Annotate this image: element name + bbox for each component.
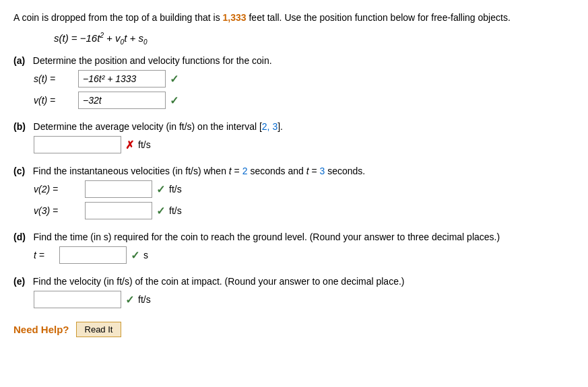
part-a-question: (a) Determine the position and velocity … [13, 55, 575, 66]
part-c-v2-check: ✓ [156, 183, 165, 196]
part-e-unit: ft/s [138, 294, 151, 305]
part-c-v3-check: ✓ [156, 205, 165, 217]
intro-paragraph: A coin is dropped from the top of a buil… [13, 11, 575, 25]
part-d-question: (d) Find the time (in s) required for th… [13, 232, 575, 242]
part-c-v2-unit: ft/s [169, 184, 182, 195]
need-help-row: Need Help? Read It [13, 322, 575, 337]
read-it-button[interactable]: Read It [76, 322, 122, 337]
part-c-question: (c) Find the instantaneous velocities (i… [13, 166, 575, 176]
part-a-vt-check: ✓ [170, 94, 178, 107]
position-formula: s(t) = −16t2 + v0t + s0 [54, 32, 575, 46]
part-a-st-input[interactable] [78, 70, 166, 87]
part-b-input[interactable]: -48 [34, 136, 121, 153]
part-c-v2-row: v(2) = -64 ✓ ft/s [34, 180, 575, 198]
part-c-label: (c) [13, 166, 25, 176]
part-d-input[interactable]: 9.128 [59, 246, 127, 264]
part-b-question: (b) Determine the average velocity (in f… [13, 121, 575, 132]
part-b-label: (b) [13, 121, 26, 132]
part-c-v3-row: v(3) = -96 ✓ ft/s [34, 202, 575, 219]
part-e-label: (e) [13, 276, 25, 287]
part-b-answer-row: -48 ✗ ft/s [34, 136, 575, 153]
part-d-t-label: t = [34, 250, 55, 260]
need-help-label: Need Help? [13, 324, 69, 335]
intro-highlight: 1,333 [223, 12, 247, 23]
part-c-t2: 2 [242, 166, 248, 176]
part-d-check: ✓ [131, 249, 139, 262]
part-c-v2-label: v(2) = [34, 184, 81, 195]
part-c-v2-input[interactable]: -64 [85, 180, 152, 198]
part-c-v3-label: v(3) = [34, 205, 81, 216]
part-c-section: (c) Find the instantaneous velocities (i… [13, 166, 575, 219]
part-a-label: (a) [13, 55, 25, 66]
part-b-unit: ft/s [138, 139, 151, 150]
part-c-v3-unit: ft/s [169, 205, 182, 216]
part-b-interval: 2, 3 [262, 121, 277, 132]
part-d-unit: s [143, 250, 148, 260]
part-a-section: (a) Determine the position and velocity … [13, 55, 575, 109]
part-a-st-check: ✓ [170, 73, 178, 85]
part-a-st-row: s(t) = ✓ [34, 70, 575, 87]
part-c-t3: 3 [320, 166, 325, 176]
part-a-st-label: s(t) = [34, 73, 74, 84]
part-b-section: (b) Determine the average velocity (in f… [13, 121, 575, 153]
part-d-section: (d) Find the time (in s) required for th… [13, 232, 575, 264]
part-e-check: ✓ [125, 293, 134, 306]
part-a-vt-row: v(t) = ✓ [34, 92, 575, 109]
part-c-v3-input[interactable]: -96 [85, 202, 152, 219]
part-a-vt-input[interactable] [78, 92, 166, 109]
part-e-question: (e) Find the velocity (in ft/s) of the c… [13, 276, 575, 287]
part-e-input[interactable]: -292.1 [34, 291, 121, 308]
part-d-label: (d) [13, 232, 26, 242]
part-d-answer-row: t = 9.128 ✓ s [34, 246, 575, 264]
part-e-answer-row: -292.1 ✓ ft/s [34, 291, 575, 308]
part-a-vt-label: v(t) = [34, 95, 74, 106]
part-e-section: (e) Find the velocity (in ft/s) of the c… [13, 276, 575, 308]
part-b-cross: ✗ [125, 139, 134, 151]
